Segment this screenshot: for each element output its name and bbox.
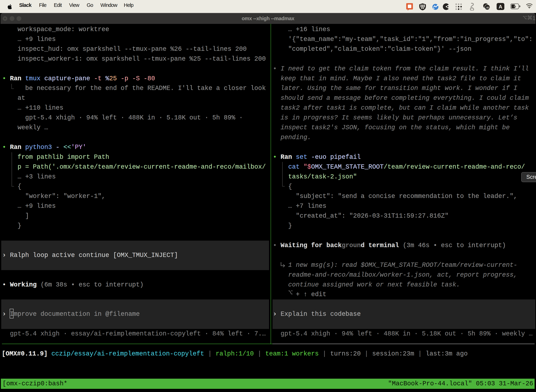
svg-text:A: A bbox=[499, 4, 502, 9]
svg-text:..61: ..61 bbox=[485, 6, 489, 9]
